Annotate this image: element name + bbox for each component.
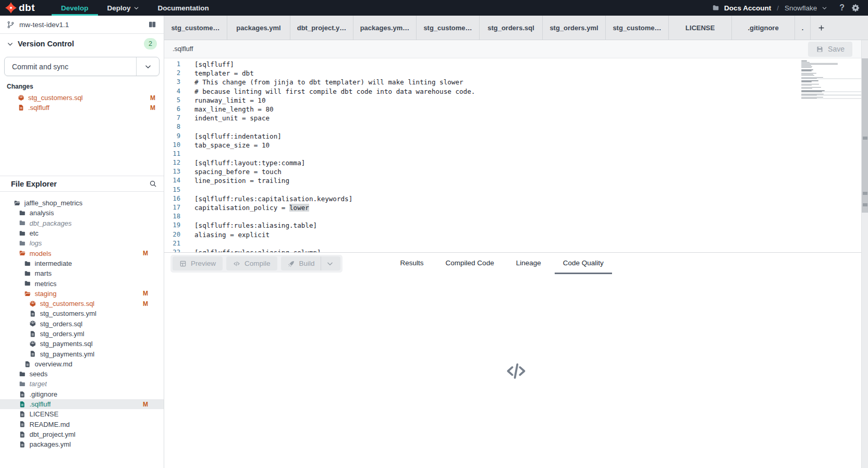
code-editor[interactable]: 1[sqlfluff]2templater = dbt3# This chang…: [164, 58, 868, 252]
git-branch-row[interactable]: mw-test-idev1.1: [0, 16, 164, 34]
tree-item-sqlfluff[interactable]: .sqlfluffM: [0, 399, 164, 409]
nav-develop[interactable]: Develop: [52, 0, 98, 16]
line-number: 9: [164, 132, 186, 141]
version-control-header[interactable]: Version Control 2: [0, 34, 164, 54]
minimap[interactable]: [801, 60, 860, 100]
code-line[interactable]: 16[sqlfluff:rules:capitalisation.keyword…: [164, 194, 860, 203]
code-line[interactable]: 12[sqlfluff:layout:type:comma]: [164, 158, 860, 167]
tree-item-label: analysis: [30, 209, 54, 217]
preview-button[interactable]: Preview: [173, 256, 223, 270]
code-line[interactable]: 17capitalisation_policy = lower: [164, 203, 860, 212]
tree-item-readme-md[interactable]: README.md: [0, 420, 164, 429]
code-line[interactable]: 5runaway_limit = 10: [164, 96, 860, 105]
code-line[interactable]: 1[sqlfluff]: [164, 60, 860, 69]
tree-item-stg-payments-sql[interactable]: stg_payments.sql: [0, 339, 164, 349]
file-tab-packages-yml[interactable]: packages.yml: [227, 16, 290, 40]
nav-deploy[interactable]: Deploy: [98, 0, 149, 16]
compile-button[interactable]: Compile: [226, 256, 277, 270]
code-line[interactable]: 2templater = dbt: [164, 69, 860, 78]
commit-options-dropdown[interactable]: [136, 57, 159, 76]
tree-item-intermediate[interactable]: intermediate: [0, 258, 164, 268]
file-tab-stg-custome[interactable]: stg_custome…: [417, 16, 480, 40]
account-name[interactable]: Docs Account: [724, 4, 771, 12]
tree-item-etc[interactable]: etc: [0, 228, 164, 238]
file-tab-stg-orders-yml[interactable]: stg_orders.yml: [543, 16, 606, 40]
file-tab-stg-orders-sql[interactable]: stg_orders.sql: [480, 16, 543, 40]
tree-item-dbt-packages[interactable]: dbt_packages: [0, 218, 164, 228]
tree-item-seeds[interactable]: seeds: [0, 369, 164, 379]
tree-item-packages-yml[interactable]: packages.yml: [0, 439, 164, 449]
gear-icon[interactable]: [851, 4, 860, 12]
panel-tab-code-quality[interactable]: Code Quality: [555, 253, 612, 274]
code-line[interactable]: 4# because linting will first compile db…: [164, 87, 860, 96]
code-line[interactable]: 3# This change (from jinja to dbt templa…: [164, 78, 860, 87]
tree-item-staging[interactable]: stagingM: [0, 289, 164, 299]
changed-file-sqlfluff[interactable]: .sqlfluffM: [0, 103, 164, 113]
tree-item-stg-customers-sql[interactable]: stg_customers.sqlM: [0, 299, 164, 309]
code-line[interactable]: 11: [164, 150, 860, 158]
tree-item-analysis[interactable]: analysis: [0, 208, 164, 218]
tree-item-marts[interactable]: marts: [0, 268, 164, 278]
tree-item-overview-md[interactable]: overview.md: [0, 359, 164, 369]
code-line[interactable]: 20aliasing = explicit: [164, 230, 860, 239]
build-button[interactable]: Build: [281, 256, 340, 270]
tree-item-dbt-project-yml[interactable]: dbt_project.yml: [0, 429, 164, 439]
file-tab-stg-custome[interactable]: stg_custome…: [164, 16, 227, 40]
build-dropdown[interactable]: [321, 256, 334, 270]
editor-scrollbar[interactable]: [861, 40, 868, 468]
tree-item-target[interactable]: target: [0, 379, 164, 389]
tree-item-stg-orders-sql[interactable]: stg_orders.sql: [0, 319, 164, 329]
file-tab-dbt-project-y[interactable]: dbt_project.y…: [290, 16, 353, 40]
code-line[interactable]: 9[sqlfluff:indentation]: [164, 132, 860, 141]
code-line[interactable]: 7indent_unit = space: [164, 114, 860, 122]
commit-and-sync-button[interactable]: Commit and sync: [4, 57, 160, 76]
tree-item-license[interactable]: LICENSE: [0, 409, 164, 419]
help-icon[interactable]: ?: [839, 3, 845, 13]
file-icon: [19, 391, 26, 398]
code-line[interactable]: 13spacing_before = touch: [164, 167, 860, 176]
code-line[interactable]: 21: [164, 239, 860, 248]
tree-item-label: stg_payments.yml: [40, 350, 95, 358]
code-placeholder-icon: [505, 360, 528, 383]
panel-tab-results[interactable]: Results: [392, 253, 432, 274]
file-tab-packages-ym[interactable]: packages.ym…: [353, 16, 417, 40]
code-line[interactable]: 15: [164, 186, 860, 194]
dbt-cloud-ide: dbt DevelopDeployDocumentation Docs Acco…: [0, 0, 868, 468]
file-icon: [18, 104, 25, 111]
code-line[interactable]: 19[sqlfluff:rules:aliasing.table]: [164, 221, 860, 230]
changed-file-stg-customers-sql[interactable]: stg_customers.sqlM: [0, 93, 164, 103]
tree-item-metrics[interactable]: metrics: [0, 278, 164, 288]
code-line[interactable]: 6max_line_length = 80: [164, 105, 860, 114]
commit-and-sync-label[interactable]: Commit and sync: [5, 57, 136, 76]
file-tab-stg-custome[interactable]: stg_custome…: [606, 16, 669, 40]
scrollbar-thumb[interactable]: [862, 58, 868, 213]
connection-name[interactable]: Snowflake: [785, 4, 817, 12]
panel-tab-lineage[interactable]: Lineage: [508, 253, 549, 274]
new-tab-button[interactable]: [811, 16, 832, 40]
tree-item-stg-orders-yml[interactable]: stg_orders.yml: [0, 329, 164, 339]
tree-item-logs[interactable]: logs: [0, 238, 164, 248]
line-number: 6: [164, 105, 186, 114]
tree-item-gitignore[interactable]: .gitignore: [0, 389, 164, 399]
tree-item-stg-payments-yml[interactable]: stg_payments.yml: [0, 349, 164, 359]
file-tab-gitignore[interactable]: .gitignore: [732, 16, 795, 40]
code-line[interactable]: 18: [164, 212, 860, 221]
tree-item-models[interactable]: modelsM: [0, 248, 164, 258]
connection-chevron-down-icon[interactable]: [822, 5, 827, 11]
dbt-logo[interactable]: dbt: [0, 0, 42, 16]
panel-tab-compiled-code[interactable]: Compiled Code: [437, 253, 503, 274]
file-tab-license[interactable]: LICENSE: [669, 16, 732, 40]
code-text: [sqlfluff:rules:aliasing.table]: [186, 221, 317, 230]
book-icon[interactable]: [148, 20, 157, 29]
code-line[interactable]: 10tab_space_size = 10: [164, 141, 860, 150]
search-icon[interactable]: [149, 180, 157, 188]
file-explorer-header[interactable]: File Explorer: [0, 176, 164, 192]
code-line[interactable]: 14line_position = trailing: [164, 176, 860, 185]
code-line[interactable]: 22[sqlfluff:rules:aliasing.column]: [164, 248, 860, 252]
tree-item-jaffle-shop-metrics[interactable]: jaffle_shop_metrics: [0, 198, 164, 208]
code-line[interactable]: 8: [164, 122, 860, 131]
tree-item-stg-customers-yml[interactable]: stg_customers.yml: [0, 309, 164, 318]
save-button[interactable]: Save: [808, 42, 852, 57]
file-tab-[interactable]: .: [795, 16, 811, 40]
nav-documentation[interactable]: Documentation: [149, 0, 218, 16]
